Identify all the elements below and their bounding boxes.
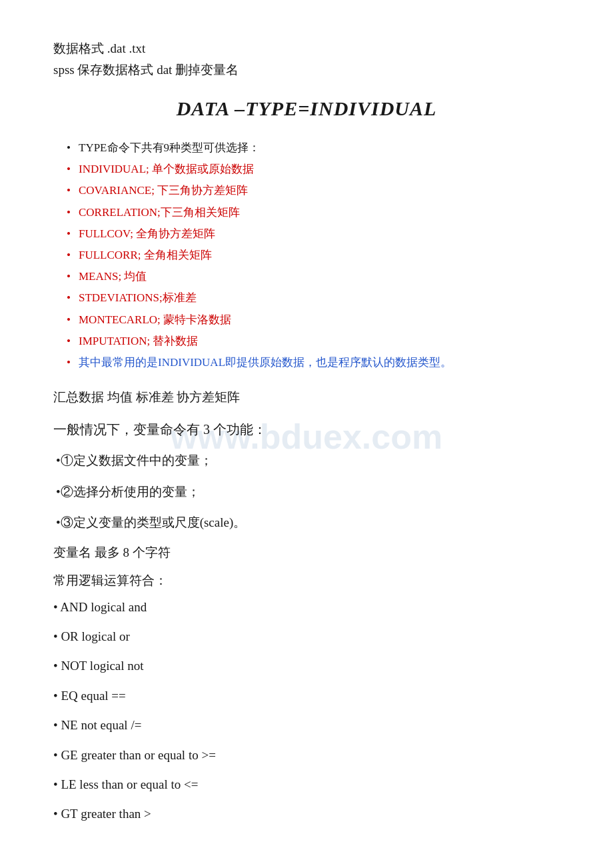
logic-item-3: • EQ equal == (53, 686, 560, 706)
type-list-item-1: INDIVIDUAL; 单个数据或原始数据 (67, 160, 560, 178)
type-list-item-4: FULLCOV; 全角协方差矩阵 (67, 225, 560, 243)
type-list: TYPE命令下共有9种类型可供选择：INDIVIDUAL; 单个数据或原始数据C… (53, 139, 560, 371)
logic-heading: 常用逻辑运算符合： (53, 572, 560, 589)
function-2: •②选择分析使用的变量； (53, 482, 560, 502)
type-list-item-3: CORRELATION;下三角相关矩阵 (67, 203, 560, 221)
logic-item-4: • NE not equal /= (53, 715, 560, 735)
line2: spss 保存数据格式 dat 删掉变量名 (53, 61, 560, 79)
type-list-item-2: COVARIANCE; 下三角协方差矩阵 (67, 181, 560, 199)
logic-item-0: • AND logical and (53, 597, 560, 617)
logic-item-7: • GT greater than > (53, 804, 560, 824)
type-list-item-6: MEANS; 均值 (67, 267, 560, 285)
type-list-item-10: 其中最常用的是INDIVIDUAL即提供原始数据，也是程序默认的数据类型。 (67, 353, 560, 371)
general-line: 一般情况下，变量命令有 3 个功能： (53, 421, 560, 439)
type-list-item-0: TYPE命令下共有9种类型可供选择： (67, 139, 560, 157)
function-1: •①定义数据文件中的变量； (53, 451, 560, 471)
type-list-item-8: MONTECARLO; 蒙特卡洛数据 (67, 311, 560, 329)
type-list-item-5: FULLCORR; 全角相关矩阵 (67, 246, 560, 264)
logic-item-1: • OR logical or (53, 627, 560, 647)
main-title: DATA –TYPE=INDIVIDUAL (53, 97, 560, 120)
type-list-item-7: STDEVIATIONS;标准差 (67, 289, 560, 307)
summary-line: 汇总数据 均值 标准差 协方差矩阵 (53, 387, 560, 407)
logic-items-container: • AND logical and• OR logical or• NOT lo… (53, 597, 560, 825)
logic-item-5: • GE greater than or equal to >= (53, 745, 560, 765)
logic-item-6: • LE less than or equal to <= (53, 775, 560, 795)
logic-item-2: • NOT logical not (53, 656, 560, 676)
type-list-item-9: IMPUTATION; 替补数据 (67, 332, 560, 350)
var-name-line: 变量名 最多 8 个字符 (53, 544, 560, 561)
function-3: •③定义变量的类型或尺度(scale)。 (53, 513, 560, 533)
line1: 数据格式 .dat .txt (53, 40, 560, 57)
